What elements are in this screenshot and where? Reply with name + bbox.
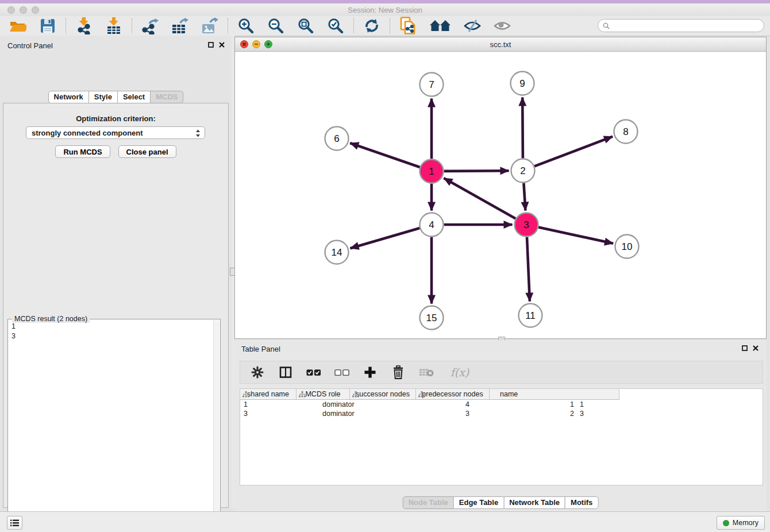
edge-1-2[interactable]	[444, 171, 509, 171]
column-header-MCDS-role[interactable]: MCDS role	[297, 389, 350, 400]
cell: 1	[240, 400, 297, 409]
tab-mcds[interactable]: MCDS	[150, 91, 183, 103]
graph-node-8[interactable]: 8	[614, 120, 638, 144]
import-table-icon	[106, 17, 121, 34]
float-panel-icon[interactable]	[208, 42, 214, 48]
edge-4-14[interactable]	[351, 228, 420, 248]
svg-text:14: 14	[332, 247, 342, 258]
home-icon	[429, 20, 451, 32]
svg-text:15: 15	[426, 313, 437, 323]
control-panel-title: Control Panel	[7, 41, 53, 50]
graph-node-14[interactable]: 14	[325, 241, 349, 264]
cell: 3	[578, 409, 646, 418]
eye-icon	[494, 20, 511, 32]
result-scrollbar[interactable]	[213, 320, 220, 532]
table-body: 1dominator4113dominator323	[240, 400, 763, 418]
zoom-in-button[interactable]	[237, 17, 255, 34]
deselect-all-button[interactable]	[334, 364, 349, 380]
function-builder-button[interactable]: f(x)	[447, 364, 472, 380]
tab-style[interactable]: Style	[88, 91, 118, 103]
close-panel-button[interactable]: Close panel	[118, 145, 176, 158]
tab-network-table[interactable]: Network Table	[503, 496, 565, 509]
tab-network[interactable]: Network	[48, 91, 89, 103]
network-graph[interactable]: 7968124314101511	[235, 52, 766, 338]
search-field[interactable]	[598, 19, 764, 32]
task-history-button[interactable]	[7, 516, 22, 530]
control-panel-tabs: NetworkStyleSelectMCDS	[0, 91, 232, 103]
graph-node-15[interactable]: 15	[420, 306, 444, 330]
export-network-button[interactable]	[141, 17, 159, 34]
delete-table-button[interactable]	[419, 364, 434, 380]
import-table-button[interactable]	[105, 17, 123, 34]
search-input[interactable]	[613, 22, 759, 30]
graph-node-4[interactable]: 4	[420, 213, 444, 237]
close-table-panel-icon[interactable]	[753, 345, 759, 351]
edge-3-10[interactable]	[538, 228, 613, 244]
open-file-button[interactable]	[9, 17, 27, 34]
memory-button[interactable]: Memory	[717, 516, 765, 530]
graph-node-6[interactable]: 6	[325, 127, 349, 151]
save-session-button[interactable]	[38, 17, 57, 34]
column-header-predecessor-nodes[interactable]: predecessor nodes	[416, 389, 490, 400]
plus-icon	[364, 366, 376, 379]
graph-node-11[interactable]: 11	[519, 304, 542, 327]
close-panel-icon[interactable]	[219, 42, 225, 48]
column-header-shared-name[interactable]: shared name	[240, 389, 297, 400]
export-image-button[interactable]	[201, 17, 219, 34]
delete-column-button[interactable]	[391, 364, 406, 380]
select-stepper-icon	[195, 129, 201, 138]
graph-node-1[interactable]: 1	[420, 160, 444, 183]
svg-text:4: 4	[429, 219, 434, 230]
select-all-button[interactable]	[306, 364, 321, 380]
fx-icon: f(x)	[451, 366, 469, 379]
column-header-successor-nodes[interactable]: successor nodes	[350, 389, 416, 400]
status-bar: Memory	[0, 511, 770, 532]
edge-3-1[interactable]	[444, 178, 515, 218]
app-title: Session: New Session	[0, 6, 770, 14]
app-titlebar: Session: New Session	[0, 3, 770, 16]
edge-2-8[interactable]	[534, 137, 613, 167]
svg-text:9: 9	[519, 78, 525, 89]
column-header-name[interactable]: name	[490, 389, 619, 400]
graph-node-3[interactable]: 3	[515, 213, 538, 237]
edge-2-3[interactable]	[523, 183, 525, 211]
network-window-titlebar[interactable]: scc.txt	[235, 37, 766, 52]
checked-boxes-icon	[306, 369, 321, 376]
clone-network-button[interactable]	[399, 17, 417, 34]
show-button[interactable]	[493, 17, 511, 34]
refresh-layout-button[interactable]	[363, 17, 381, 34]
toggle-columns-button[interactable]	[278, 364, 293, 380]
add-column-button[interactable]	[363, 364, 378, 380]
memory-status-dot	[723, 520, 729, 526]
export-table-button[interactable]	[171, 17, 189, 34]
import-network-button[interactable]	[75, 17, 93, 34]
edge-3-11[interactable]	[527, 237, 530, 302]
graph-node-9[interactable]: 9	[511, 72, 534, 95]
graph-node-10[interactable]: 10	[615, 235, 639, 259]
table-row[interactable]: 1dominator411	[240, 400, 763, 409]
cell: dominator	[297, 400, 377, 409]
run-mcds-button[interactable]: Run MCDS	[55, 145, 110, 158]
table-toolbar: f(x)	[240, 361, 763, 384]
graph-node-7[interactable]: 7	[420, 73, 444, 97]
zoom-out-button[interactable]	[267, 17, 285, 34]
mcds-result-text: 1 3	[8, 320, 213, 532]
home-button[interactable]	[429, 17, 452, 34]
zoom-fit-button[interactable]	[297, 17, 315, 34]
cell: 4	[377, 400, 472, 409]
list-icon	[10, 519, 19, 527]
tab-node-table[interactable]: Node Table	[403, 496, 454, 509]
tab-edge-table[interactable]: Edge Table	[453, 496, 504, 509]
edge-2-9[interactable]	[522, 98, 523, 159]
hide-button[interactable]	[463, 17, 482, 34]
criterion-select[interactable]: strongly connected component	[26, 126, 205, 139]
tab-motifs[interactable]: Motifs	[565, 496, 598, 509]
table-settings-button[interactable]	[250, 364, 265, 380]
table-row[interactable]: 3dominator323	[240, 409, 763, 418]
float-table-panel-icon[interactable]	[742, 345, 748, 351]
graph-node-2[interactable]: 2	[511, 159, 535, 183]
edge-1-6[interactable]	[350, 143, 420, 167]
zoom-selected-button[interactable]	[326, 17, 345, 34]
tab-select[interactable]: Select	[117, 91, 151, 103]
svg-text:8: 8	[623, 126, 628, 137]
